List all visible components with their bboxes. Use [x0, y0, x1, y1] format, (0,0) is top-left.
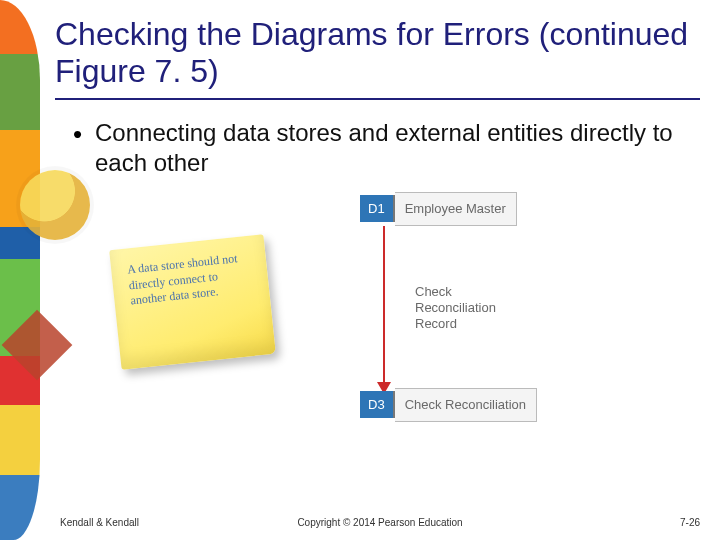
- footer-center: Copyright © 2014 Pearson Education: [60, 517, 700, 528]
- flow-arrow-line: [383, 226, 385, 388]
- footer: Kendall & Kendall Copyright © 2014 Pears…: [60, 517, 700, 528]
- flow-label: Check Reconciliation Record: [415, 284, 496, 333]
- bullet-list: Connecting data stores and external enti…: [55, 118, 700, 178]
- datastore-d1-label: Employee Master: [395, 192, 517, 226]
- slide-body: Checking the Diagrams for Errors (contin…: [55, 10, 700, 530]
- datastore-d1-id: D1: [360, 195, 395, 222]
- datastore-d3: D3 Check Reconciliation: [360, 388, 537, 422]
- datastore-d3-label: Check Reconciliation: [395, 388, 537, 422]
- slide-title: Checking the Diagrams for Errors (contin…: [55, 10, 700, 100]
- datastore-d3-id: D3: [360, 391, 395, 418]
- decorative-left-strip: [0, 0, 40, 540]
- sticky-note-text: A data store should not directly connect…: [127, 251, 239, 308]
- figure-7-5: A data store should not directly connect…: [115, 192, 575, 432]
- datastore-d1: D1 Employee Master: [360, 192, 517, 226]
- bullet-item: Connecting data stores and external enti…: [73, 118, 700, 178]
- sticky-note: A data store should not directly connect…: [109, 234, 276, 370]
